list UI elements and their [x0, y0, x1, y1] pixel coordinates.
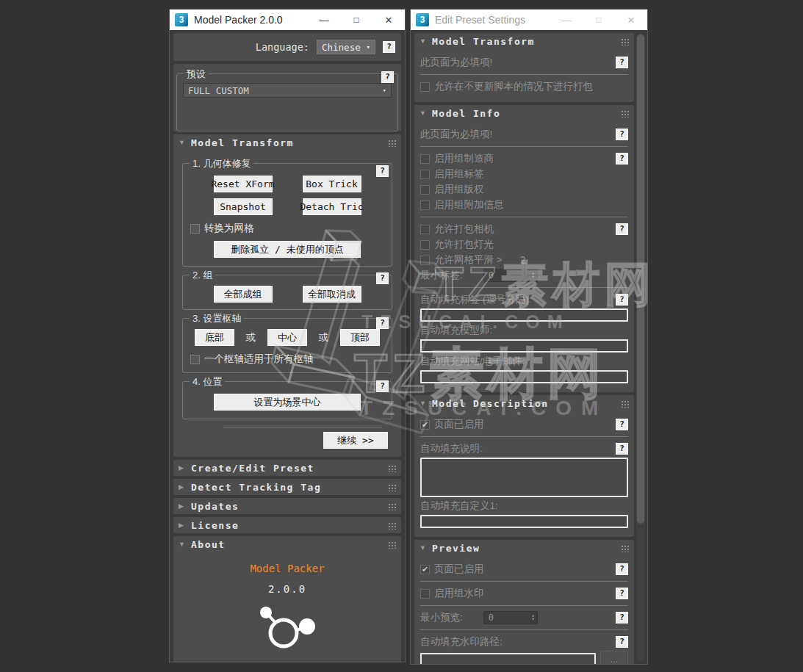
help-button[interactable]: ?	[383, 41, 395, 53]
enable-group-manufacturer-checkbox[interactable]: 启用组制造商 ?	[420, 152, 628, 165]
rollout-preview: ▼ Preview ✔ 页面已启用 ? 启用组水印 ?	[414, 540, 634, 664]
help-button[interactable]: ?	[616, 636, 628, 648]
help-button[interactable]: ?	[616, 563, 628, 575]
min-preview-spinner[interactable]: 0 ▴ ▾	[483, 611, 538, 624]
autofill-site-input[interactable]	[420, 370, 628, 383]
titlebar[interactable]: 3 Model Packer 2.0.0 — □ ✕	[170, 10, 405, 30]
min-tags-spinner[interactable]: 0 ▴ ▾	[483, 269, 538, 282]
allow-pack-lights-checkbox[interactable]: 允许打包灯光	[420, 238, 628, 251]
rollout-grip-icon[interactable]	[388, 541, 396, 549]
close-icon[interactable]: ✕	[372, 10, 405, 30]
maximize-icon[interactable]: □	[340, 10, 372, 30]
titlebar[interactable]: 3 Edit Preset Settings — □ ✕	[411, 10, 647, 30]
autofill-site-label: 自动填充网站/电子邮件:	[420, 355, 525, 368]
maximize-icon[interactable]: □	[583, 10, 615, 30]
one-pivot-for-all-checkbox[interactable]: 一个枢轴适用于所有枢轴	[190, 353, 386, 366]
help-button[interactable]: ?	[616, 443, 628, 455]
preset-select[interactable]: FULL CUSTOM ▾	[183, 83, 392, 98]
rollout-header-model-description[interactable]: ▼ Model Description	[414, 395, 634, 411]
autofill-custom1-label: 自动填充自定义1:	[420, 499, 498, 513]
rollout-grip-icon[interactable]	[388, 139, 396, 147]
set-scene-center-button[interactable]: 设置为场景中心	[214, 394, 361, 411]
box-trick-button[interactable]: Box Trick	[303, 176, 361, 192]
autofill-tags-input[interactable]	[420, 308, 628, 322]
rollout-header-create-edit-preset[interactable]: ▶ Create/Edit Preset	[173, 460, 401, 476]
browse-button[interactable]: ...	[600, 651, 628, 664]
help-button[interactable]: ?	[616, 153, 628, 165]
rollout-grip-icon[interactable]	[621, 400, 629, 408]
help-button[interactable]: ?	[376, 165, 389, 177]
autofill-description-textarea[interactable]	[420, 458, 628, 497]
rollout-title: Model Description	[432, 398, 549, 409]
checkbox-label: 启用组制造商	[434, 152, 494, 165]
model-packer-window: 3 Model Packer 2.0.0 — □ ✕ Language: Chi…	[169, 9, 406, 662]
geometry-fix-label: 1. 几何体修复	[190, 157, 253, 170]
close-icon[interactable]: ✕	[615, 10, 647, 30]
help-button[interactable]: ?	[616, 294, 628, 306]
pivot-bottom-button[interactable]: 底部	[195, 329, 234, 346]
rollout-header-model-transform[interactable]: ▼ Model Transform	[173, 134, 401, 151]
rollout-header-model-transform[interactable]: ▼ Model Transform	[414, 33, 634, 49]
page-enabled-checkbox[interactable]: ✔ 页面已启用 ?	[420, 418, 628, 431]
help-button[interactable]: ?	[376, 272, 389, 284]
allow-mesh-smooth-checkbox[interactable]: 允许网格平滑 > 2	[420, 253, 628, 267]
rollout-grip-icon[interactable]	[388, 483, 396, 491]
help-button[interactable]: ?	[616, 57, 628, 68]
pivot-top-button[interactable]: 顶部	[340, 329, 380, 346]
autofill-modeler-input[interactable]	[420, 339, 628, 353]
rollout-header-about[interactable]: ▼ About	[173, 536, 401, 552]
help-button[interactable]: ?	[616, 129, 628, 140]
scrollbar-thumb[interactable]	[637, 35, 644, 524]
pack-without-update-checkbox[interactable]: 允许在不更新脚本的情况下进行打包	[420, 80, 628, 93]
help-button[interactable]: ?	[376, 380, 389, 392]
rollout-grip-icon[interactable]	[388, 521, 396, 530]
help-button[interactable]: ?	[616, 223, 628, 235]
rollout-grip-icon[interactable]	[621, 37, 629, 46]
rollout-title: License	[191, 520, 239, 531]
spinner-down-icon[interactable]: ▾	[532, 618, 535, 621]
rollout-header-license[interactable]: ▶ License	[173, 517, 401, 533]
rollout-grip-icon[interactable]	[621, 109, 629, 118]
continue-button[interactable]: 继续 >>	[323, 432, 388, 449]
checkbox-box	[420, 225, 430, 234]
group-all-button[interactable]: 全部成组	[214, 286, 273, 303]
page-enabled-checkbox[interactable]: ✔ 页面已启用 ?	[420, 563, 628, 576]
rollout-header-updates[interactable]: ▶ Updates	[173, 498, 401, 514]
autofill-modeler-label: 自动填充模型师:	[420, 324, 492, 337]
rollout-grip-icon[interactable]	[388, 502, 396, 510]
help-button[interactable]: ?	[616, 419, 628, 430]
convert-to-mesh-checkbox[interactable]: 转换为网格	[190, 222, 386, 235]
rollout-grip-icon[interactable]	[621, 544, 629, 552]
checkbox-box: ✔	[420, 565, 430, 574]
help-button[interactable]: ?	[616, 612, 628, 624]
enable-group-extra-info-checkbox[interactable]: 启用组附加信息	[420, 198, 628, 212]
pivot-center-button[interactable]: 中心	[267, 329, 307, 346]
rollout-header-preview[interactable]: ▼ Preview	[414, 540, 634, 556]
rollout-title: Updates	[191, 501, 239, 512]
delete-isolated-vertices-button[interactable]: 删除孤立 / 未使用的顶点	[214, 241, 361, 258]
checkbox-label: 启用组附加信息	[434, 198, 504, 212]
enable-group-copyright-checkbox[interactable]: 启用组版权	[420, 183, 628, 196]
allow-pack-cameras-checkbox[interactable]: 允许打包相机 ?	[420, 223, 628, 236]
reset-xform-button[interactable]: Reset XForm	[214, 176, 273, 192]
watermark-path-input[interactable]	[420, 653, 596, 664]
rollout-grip-icon[interactable]	[388, 464, 396, 472]
enable-group-watermark-checkbox[interactable]: 启用组水印 ?	[420, 587, 628, 600]
spinner-value: 0	[489, 270, 494, 281]
minimize-icon[interactable]: —	[550, 10, 583, 30]
group-label: 2. 组	[190, 269, 215, 282]
help-button[interactable]: ?	[376, 317, 389, 329]
spinner-down-icon[interactable]: ▾	[532, 275, 535, 279]
language-select[interactable]: Chinese ▾	[317, 40, 375, 54]
ungroup-all-button[interactable]: 全部取消成	[303, 286, 361, 303]
scrollbar[interactable]	[636, 33, 645, 660]
help-button[interactable]: ?	[616, 588, 628, 599]
autofill-custom1-input[interactable]	[420, 515, 628, 528]
rollout-header-model-info[interactable]: ▼ Model Info	[414, 105, 634, 121]
minimize-icon[interactable]: —	[308, 10, 340, 30]
rollout-header-detect-tracking-tag[interactable]: ▶ Detect Tracking Tag	[173, 479, 401, 495]
snapshot-button[interactable]: Snapshot	[214, 198, 273, 215]
detach-trick-button[interactable]: Detach Tric	[303, 198, 361, 215]
enable-group-tags-checkbox[interactable]: 启用组标签	[420, 167, 628, 181]
help-button[interactable]: ?	[381, 71, 394, 83]
